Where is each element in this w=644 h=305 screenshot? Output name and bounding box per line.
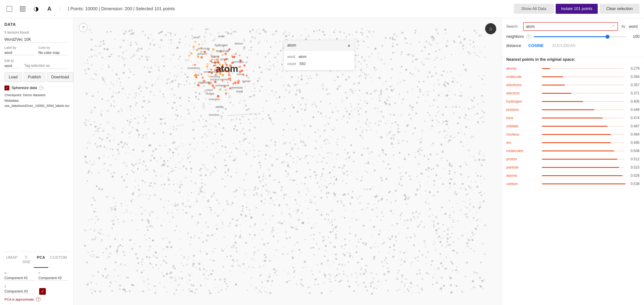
z-axis-select[interactable]: Component #3 bbox=[4, 289, 36, 294]
selected-dot[interactable] bbox=[246, 75, 248, 77]
tensor-select[interactable]: Word2Vec 10K bbox=[4, 36, 69, 43]
selected-dot[interactable] bbox=[220, 66, 222, 67]
selected-dot[interactable] bbox=[214, 59, 216, 61]
nearest-word[interactable]: hydrogen bbox=[506, 99, 540, 104]
selected-dot[interactable] bbox=[216, 59, 219, 61]
selected-dot[interactable] bbox=[224, 60, 226, 61]
slider-thumb[interactable] bbox=[606, 35, 610, 39]
selected-dot[interactable] bbox=[208, 71, 210, 73]
selected-dot[interactable] bbox=[207, 63, 208, 65]
selected-dot[interactable] bbox=[239, 55, 240, 56]
sphereize-checkbox[interactable] bbox=[4, 86, 9, 90]
selected-dot[interactable] bbox=[210, 60, 212, 62]
edit-by-select[interactable]: word bbox=[4, 64, 21, 68]
selected-dot[interactable] bbox=[239, 60, 242, 62]
selected-dot[interactable] bbox=[242, 74, 244, 76]
download-button[interactable]: Download bbox=[47, 72, 73, 82]
by-select[interactable]: word bbox=[629, 23, 640, 30]
tab-tsne[interactable]: T-SNE bbox=[19, 252, 34, 268]
nearest-word[interactable]: particle bbox=[506, 165, 540, 170]
selected-dot[interactable] bbox=[204, 51, 206, 53]
selected-dot[interactable] bbox=[213, 87, 216, 89]
nearest-word[interactable]: carbon bbox=[506, 182, 540, 186]
selected-dot[interactable] bbox=[212, 48, 214, 51]
selected-dot[interactable] bbox=[228, 70, 230, 72]
tag-tool[interactable] bbox=[18, 4, 28, 14]
highlighted-dot[interactable] bbox=[190, 52, 192, 55]
selected-dot[interactable] bbox=[215, 64, 216, 66]
nearest-word[interactable]: molecules bbox=[506, 149, 540, 153]
selected-dot[interactable] bbox=[218, 68, 220, 71]
selected-dot[interactable] bbox=[201, 82, 203, 84]
selected-dot[interactable] bbox=[222, 80, 223, 82]
canvas-area[interactable]: ? ⌂ ions acids hydrogen helium ammonia m… bbox=[74, 18, 502, 305]
selected-dot[interactable] bbox=[224, 86, 226, 88]
selected-dot[interactable] bbox=[210, 69, 212, 70]
highlighted-dot[interactable] bbox=[200, 47, 202, 49]
selected-dot[interactable] bbox=[216, 66, 217, 68]
selected-dot[interactable] bbox=[228, 74, 230, 76]
selected-dot[interactable] bbox=[235, 53, 237, 55]
tab-custom[interactable]: CUSTOM bbox=[48, 252, 69, 268]
color-by-select[interactable]: No color map bbox=[38, 50, 69, 55]
selected-dot[interactable] bbox=[194, 64, 196, 66]
theme-tool[interactable]: ◑ bbox=[31, 4, 41, 14]
highlighted-dot[interactable] bbox=[197, 56, 199, 58]
selected-dot[interactable] bbox=[208, 75, 209, 77]
selected-dot[interactable] bbox=[214, 69, 216, 71]
selected-dot[interactable] bbox=[217, 56, 219, 58]
highlighted-dot[interactable] bbox=[198, 44, 200, 46]
nearest-word[interactable]: proton bbox=[506, 157, 540, 161]
selected-dot[interactable] bbox=[225, 92, 227, 95]
cosine-option[interactable]: COSINE bbox=[526, 43, 546, 49]
selected-dot[interactable] bbox=[208, 82, 211, 85]
selected-dot[interactable] bbox=[214, 56, 215, 58]
y-axis-select[interactable]: Component #2 bbox=[38, 276, 69, 280]
neighbors-slider[interactable] bbox=[534, 36, 626, 37]
selected-dot[interactable] bbox=[211, 59, 213, 60]
search-input[interactable] bbox=[526, 24, 610, 29]
tab-pca[interactable]: PCA bbox=[34, 252, 48, 268]
nearest-word[interactable]: ions bbox=[506, 116, 540, 120]
selected-dot[interactable] bbox=[201, 74, 202, 75]
load-button[interactable]: Load bbox=[4, 72, 22, 82]
isolate-button[interactable]: Isolate 101 points bbox=[556, 4, 598, 14]
selected-dot[interactable] bbox=[212, 84, 214, 87]
selected-dot[interactable] bbox=[238, 66, 241, 68]
nearest-word[interactable]: atoms bbox=[506, 66, 540, 71]
selected-dot[interactable] bbox=[224, 53, 227, 55]
nearest-word[interactable]: molecule bbox=[506, 75, 540, 79]
selected-dot[interactable] bbox=[215, 74, 217, 75]
selected-dot[interactable] bbox=[202, 77, 204, 79]
selected-dot[interactable] bbox=[226, 67, 228, 69]
selected-dot[interactable] bbox=[213, 65, 215, 67]
highlighted-dot[interactable] bbox=[188, 55, 190, 57]
selected-dot[interactable] bbox=[216, 71, 218, 73]
selected-dot[interactable] bbox=[196, 76, 198, 78]
selected-dot[interactable] bbox=[196, 74, 198, 76]
atom-panel-close[interactable]: ▲ bbox=[347, 43, 351, 48]
home-button[interactable]: ⌂ bbox=[485, 23, 496, 34]
selected-dot[interactable] bbox=[234, 82, 236, 84]
selected-dot[interactable] bbox=[243, 64, 246, 67]
label-by-select[interactable]: word bbox=[4, 50, 35, 55]
selected-dot[interactable] bbox=[217, 61, 220, 64]
nearest-word[interactable]: ion bbox=[506, 140, 540, 145]
neighbors-help-icon[interactable]: ? bbox=[526, 35, 531, 39]
nearest-word[interactable]: nucleus bbox=[506, 132, 540, 137]
pca-help-icon[interactable]: ? bbox=[36, 297, 40, 301]
selected-dot[interactable] bbox=[243, 82, 245, 83]
selected-dot[interactable] bbox=[206, 66, 208, 68]
z-checkbox[interactable] bbox=[39, 288, 46, 295]
selected-dot[interactable] bbox=[232, 83, 234, 85]
selected-dot[interactable] bbox=[229, 75, 231, 77]
selected-dot[interactable] bbox=[219, 73, 222, 75]
selected-dot[interactable] bbox=[225, 58, 227, 60]
sphereize-help-icon[interactable]: ? bbox=[39, 86, 44, 90]
selected-dot[interactable] bbox=[220, 68, 223, 70]
selected-dot[interactable] bbox=[239, 70, 241, 73]
show-all-button[interactable]: Show All Data bbox=[514, 4, 554, 14]
highlighted-dot[interactable] bbox=[192, 46, 195, 48]
help-button[interactable]: ? bbox=[79, 23, 88, 32]
selected-dot[interactable] bbox=[214, 81, 216, 83]
